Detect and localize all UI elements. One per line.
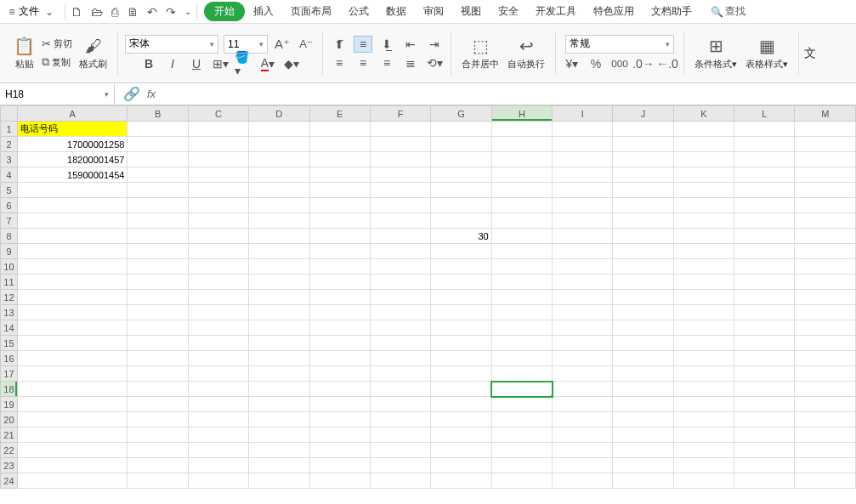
row-header-5[interactable]: 5 bbox=[1, 183, 18, 198]
cell-A8[interactable] bbox=[17, 229, 127, 244]
cell-L2[interactable] bbox=[734, 137, 795, 152]
justify-button[interactable]: ≣ bbox=[401, 54, 420, 71]
row-header-3[interactable]: 3 bbox=[1, 152, 18, 167]
cell-I5[interactable] bbox=[553, 183, 613, 198]
cell-B10[interactable] bbox=[128, 259, 188, 275]
cell-E1[interactable] bbox=[309, 122, 370, 137]
tab-data[interactable]: 数据 bbox=[377, 1, 415, 22]
cell-G6[interactable] bbox=[431, 198, 491, 213]
cell-D12[interactable] bbox=[249, 290, 309, 305]
cell-J7[interactable] bbox=[613, 213, 673, 229]
link-icon[interactable]: 🔗 bbox=[123, 86, 140, 102]
cell-H5[interactable] bbox=[491, 183, 552, 198]
cell-A4[interactable]: 15900001454 bbox=[17, 167, 127, 183]
row-header-15[interactable]: 15 bbox=[1, 336, 18, 351]
cell-D5[interactable] bbox=[249, 183, 309, 198]
cell-G23[interactable] bbox=[431, 458, 491, 473]
paste-button[interactable]: 📋 粘贴 bbox=[10, 34, 38, 72]
cell-K22[interactable] bbox=[673, 443, 734, 458]
cell-I10[interactable] bbox=[553, 259, 613, 275]
tab-formula[interactable]: 公式 bbox=[340, 1, 377, 22]
tab-start[interactable]: 开始 bbox=[204, 2, 245, 21]
font-name-combo[interactable]: 宋体 ▾ bbox=[125, 35, 218, 54]
cell-L19[interactable] bbox=[734, 397, 795, 412]
cell-J1[interactable] bbox=[613, 122, 673, 137]
cell-C8[interactable] bbox=[188, 229, 248, 244]
cell-H8[interactable] bbox=[491, 229, 552, 244]
cell-K17[interactable] bbox=[673, 366, 734, 382]
cell-F6[interactable] bbox=[370, 198, 430, 213]
cell-M13[interactable] bbox=[795, 305, 856, 320]
cell-L17[interactable] bbox=[734, 366, 795, 382]
cell-B6[interactable] bbox=[128, 198, 188, 213]
cell-E5[interactable] bbox=[309, 183, 370, 198]
cell-C18[interactable] bbox=[188, 382, 248, 397]
italic-button[interactable]: I bbox=[163, 55, 182, 72]
cell-G21[interactable] bbox=[431, 428, 491, 443]
cell-M9[interactable] bbox=[795, 244, 856, 259]
cell-A3[interactable]: 18200001457 bbox=[17, 152, 127, 167]
cell-F4[interactable] bbox=[370, 167, 430, 183]
cell-G3[interactable] bbox=[431, 152, 491, 167]
cell-D11[interactable] bbox=[249, 275, 309, 290]
cell-C16[interactable] bbox=[188, 351, 248, 366]
cell-M19[interactable] bbox=[795, 397, 856, 412]
cell-D16[interactable] bbox=[249, 351, 309, 366]
cell-J16[interactable] bbox=[613, 351, 673, 366]
cell-K5[interactable] bbox=[673, 183, 734, 198]
row-header-8[interactable]: 8 bbox=[1, 229, 18, 244]
row-header-16[interactable]: 16 bbox=[1, 351, 18, 366]
cell-M12[interactable] bbox=[795, 290, 856, 305]
cell-M24[interactable] bbox=[795, 473, 856, 489]
cell-M8[interactable] bbox=[795, 229, 856, 244]
cell-D24[interactable] bbox=[249, 473, 309, 489]
cell-K7[interactable] bbox=[673, 213, 734, 229]
cell-F8[interactable] bbox=[370, 229, 430, 244]
cell-G5[interactable] bbox=[431, 183, 491, 198]
decrease-indent-button[interactable]: ⇤ bbox=[401, 36, 420, 53]
cell-B4[interactable] bbox=[128, 167, 188, 183]
cell-C15[interactable] bbox=[188, 336, 248, 351]
fx-icon[interactable]: fx bbox=[147, 88, 156, 100]
cell-A20[interactable] bbox=[17, 412, 127, 428]
preview-icon[interactable]: 🗎 bbox=[127, 5, 139, 19]
cell-B15[interactable] bbox=[128, 336, 188, 351]
cell-L4[interactable] bbox=[734, 167, 795, 183]
cell-H15[interactable] bbox=[491, 336, 552, 351]
cell-A5[interactable] bbox=[17, 183, 127, 198]
cell-C11[interactable] bbox=[188, 275, 248, 290]
cell-I2[interactable] bbox=[553, 137, 613, 152]
cell-H13[interactable] bbox=[491, 305, 552, 320]
col-header-J[interactable]: J bbox=[613, 106, 673, 122]
cell-L12[interactable] bbox=[734, 290, 795, 305]
currency-button[interactable]: ¥▾ bbox=[563, 55, 581, 72]
cell-C20[interactable] bbox=[188, 412, 248, 428]
cell-D15[interactable] bbox=[249, 336, 309, 351]
cell-D14[interactable] bbox=[249, 320, 309, 336]
cell-J17[interactable] bbox=[613, 366, 673, 382]
cell-M6[interactable] bbox=[795, 198, 856, 213]
cell-C5[interactable] bbox=[188, 183, 248, 198]
tab-pagelayout[interactable]: 页面布局 bbox=[282, 1, 340, 22]
cell-E8[interactable] bbox=[309, 229, 370, 244]
cell-G18[interactable] bbox=[431, 382, 491, 397]
cell-L14[interactable] bbox=[734, 320, 795, 336]
cell-J15[interactable] bbox=[613, 336, 673, 351]
cell-F9[interactable] bbox=[370, 244, 430, 259]
row-header-9[interactable]: 9 bbox=[1, 244, 18, 259]
tab-security[interactable]: 安全 bbox=[490, 1, 527, 22]
percent-button[interactable]: % bbox=[587, 55, 605, 72]
cell-L24[interactable] bbox=[734, 473, 795, 489]
cell-K24[interactable] bbox=[673, 473, 734, 489]
cell-H19[interactable] bbox=[491, 397, 552, 412]
cell-E11[interactable] bbox=[309, 275, 370, 290]
cell-J24[interactable] bbox=[613, 473, 673, 489]
cell-G16[interactable] bbox=[431, 351, 491, 366]
cell-A6[interactable] bbox=[17, 198, 127, 213]
diamond-button[interactable]: ◆▾ bbox=[282, 55, 301, 72]
cell-C1[interactable] bbox=[188, 122, 248, 137]
cell-E19[interactable] bbox=[309, 397, 370, 412]
cell-M22[interactable] bbox=[795, 443, 856, 458]
cell-J8[interactable] bbox=[613, 229, 673, 244]
cell-L1[interactable] bbox=[734, 122, 795, 137]
